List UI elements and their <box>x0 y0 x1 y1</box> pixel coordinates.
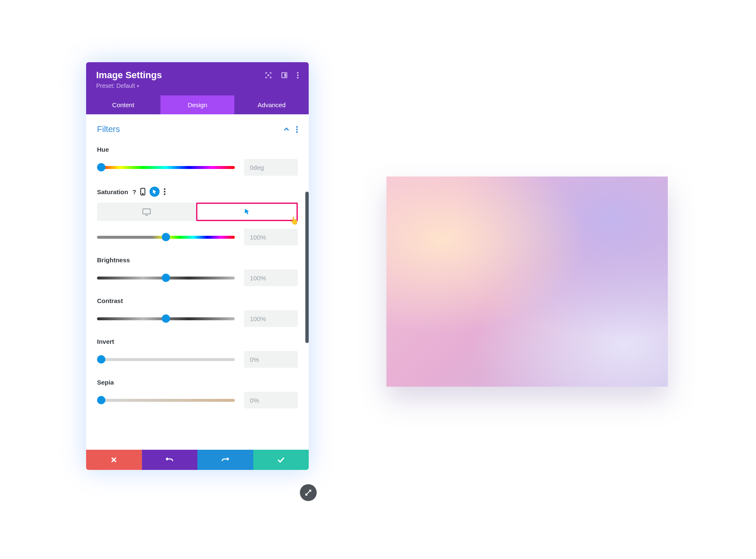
svg-rect-2 <box>284 74 286 77</box>
svg-point-3 <box>297 72 299 74</box>
saturation-more-icon[interactable] <box>164 188 165 195</box>
sepia-label: Sepia <box>97 379 298 386</box>
svg-rect-0 <box>268 74 269 76</box>
svg-point-7 <box>296 129 298 130</box>
sepia-thumb[interactable] <box>97 396 105 404</box>
saturation-slider[interactable] <box>97 236 235 239</box>
tab-content[interactable]: Content <box>86 95 160 114</box>
contrast-input[interactable] <box>244 310 298 327</box>
cancel-button[interactable] <box>86 450 142 470</box>
svg-point-6 <box>296 126 298 128</box>
hue-label: Hue <box>97 146 298 153</box>
tab-advanced[interactable]: Advanced <box>234 95 309 114</box>
collapse-icon[interactable] <box>284 127 289 132</box>
panel-header: Image Settings Preset: Default <box>86 62 309 95</box>
image-preview <box>386 177 668 387</box>
brightness-label: Brightness <box>97 256 298 264</box>
svg-point-8 <box>296 131 298 133</box>
hue-control: Hue <box>97 146 298 176</box>
state-toggle: 👆 <box>97 203 298 221</box>
preset-dropdown[interactable]: Preset: Default <box>96 82 139 89</box>
invert-thumb[interactable] <box>97 355 105 364</box>
contrast-control: Contrast <box>97 297 298 327</box>
dock-icon[interactable] <box>281 72 288 79</box>
confirm-button[interactable] <box>253 450 309 470</box>
more-icon[interactable] <box>297 72 299 79</box>
undo-button[interactable] <box>142 450 198 470</box>
pointer-cursor-icon: 👆 <box>289 216 299 225</box>
sepia-input[interactable] <box>244 392 298 409</box>
tabs: Content Design Advanced <box>86 95 309 114</box>
redo-button[interactable] <box>197 450 253 470</box>
invert-input[interactable] <box>244 351 298 368</box>
contrast-label: Contrast <box>97 297 298 304</box>
svg-point-13 <box>164 193 165 195</box>
panel-footer <box>86 450 309 470</box>
svg-point-12 <box>164 191 165 192</box>
saturation-thumb[interactable] <box>162 233 170 241</box>
section-more-icon[interactable] <box>296 126 298 133</box>
brightness-slider[interactable] <box>97 277 235 280</box>
expand-icon[interactable] <box>265 72 272 79</box>
tab-design[interactable]: Design <box>160 95 235 114</box>
state-hover-button[interactable] <box>196 203 298 221</box>
brightness-thumb[interactable] <box>162 274 170 282</box>
brightness-input[interactable] <box>244 269 298 286</box>
mobile-icon[interactable] <box>140 188 145 195</box>
hover-state-icon[interactable] <box>150 187 160 197</box>
panel-body: Filters Hue Saturation ? <box>86 114 309 450</box>
saturation-control: Saturation ? 👆 <box>97 187 298 245</box>
scrollbar[interactable] <box>305 192 309 343</box>
sepia-slider[interactable] <box>97 399 235 402</box>
saturation-input[interactable] <box>244 229 298 245</box>
resize-handle[interactable] <box>300 484 317 501</box>
invert-label: Invert <box>97 338 298 345</box>
hue-thumb[interactable] <box>97 163 105 171</box>
svg-rect-14 <box>143 209 150 214</box>
saturation-label: Saturation <box>97 188 128 195</box>
help-icon[interactable]: ? <box>132 188 136 195</box>
section-title: Filters <box>97 124 120 134</box>
contrast-thumb[interactable] <box>162 314 170 323</box>
state-default-button[interactable] <box>97 203 196 221</box>
svg-point-4 <box>297 74 299 76</box>
settings-panel: Image Settings Preset: Default Content D… <box>86 62 309 470</box>
sepia-control: Sepia <box>97 379 298 409</box>
contrast-slider[interactable] <box>97 317 235 320</box>
hue-input[interactable] <box>244 159 298 176</box>
svg-point-5 <box>297 77 299 79</box>
panel-title: Image Settings <box>96 70 162 81</box>
invert-control: Invert <box>97 338 298 368</box>
brightness-control: Brightness <box>97 256 298 286</box>
hue-slider[interactable] <box>97 166 235 169</box>
svg-point-11 <box>164 188 165 190</box>
invert-slider[interactable] <box>97 358 235 361</box>
svg-point-10 <box>142 193 143 194</box>
